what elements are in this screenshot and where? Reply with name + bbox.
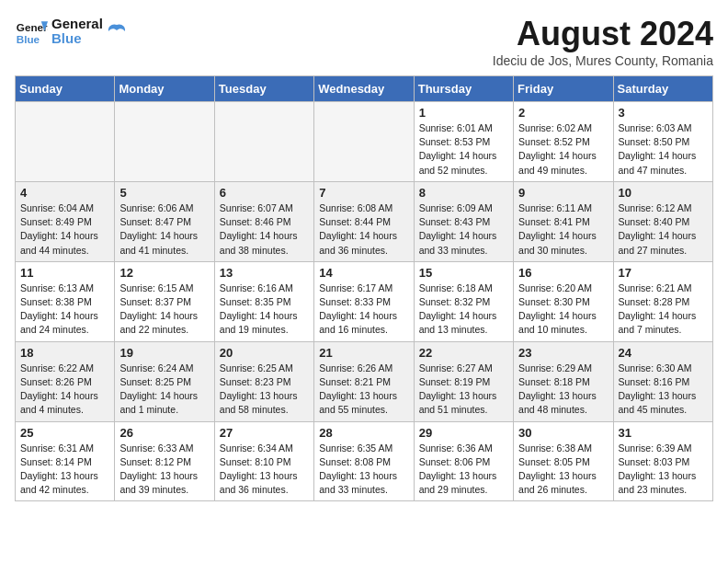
calendar-day: 18Sunrise: 6:22 AMSunset: 8:26 PMDayligh… (16, 341, 115, 421)
col-header-monday: Monday (115, 76, 214, 102)
calendar-day: 2Sunrise: 6:02 AMSunset: 8:52 PMDaylight… (514, 102, 613, 182)
calendar-day: 5Sunrise: 6:06 AMSunset: 8:47 PMDaylight… (115, 181, 214, 261)
calendar-day (16, 102, 115, 182)
calendar-day (314, 102, 414, 182)
day-number: 27 (220, 426, 309, 440)
calendar-day: 4Sunrise: 6:04 AMSunset: 8:49 PMDaylight… (16, 181, 115, 261)
day-info: Sunrise: 6:21 AMSunset: 8:28 PMDaylight:… (619, 282, 708, 338)
day-number: 20 (220, 346, 309, 360)
day-number: 10 (619, 186, 708, 200)
day-info: Sunrise: 6:18 AMSunset: 8:32 PMDaylight:… (419, 282, 508, 338)
logo: General Blue General Blue (15, 15, 127, 48)
day-info: Sunrise: 6:17 AMSunset: 8:33 PMDaylight:… (319, 282, 408, 338)
day-info: Sunrise: 6:15 AMSunset: 8:37 PMDaylight:… (119, 282, 209, 338)
day-info: Sunrise: 6:12 AMSunset: 8:40 PMDaylight:… (619, 201, 708, 258)
day-number: 29 (419, 426, 508, 440)
day-info: Sunrise: 6:35 AMSunset: 8:08 PMDaylight:… (319, 442, 408, 498)
day-number: 2 (518, 106, 608, 120)
calendar-table: SundayMondayTuesdayWednesdayThursdayFrid… (15, 75, 713, 501)
day-number: 23 (518, 346, 608, 360)
calendar-day: 11Sunrise: 6:13 AMSunset: 8:38 PMDayligh… (16, 261, 115, 341)
logo-icon: General Blue (15, 15, 48, 48)
day-number: 30 (518, 426, 608, 440)
col-header-thursday: Thursday (414, 76, 513, 102)
day-info: Sunrise: 6:06 AMSunset: 8:47 PMDaylight:… (119, 201, 209, 258)
day-info: Sunrise: 6:39 AMSunset: 8:03 PMDaylight:… (619, 442, 708, 498)
day-number: 24 (619, 346, 708, 360)
title-block: August 2024 Ideciu de Jos, Mures County,… (493, 15, 713, 68)
day-number: 14 (319, 266, 408, 280)
day-info: Sunrise: 6:11 AMSunset: 8:41 PMDaylight:… (518, 201, 608, 258)
day-number: 21 (319, 346, 408, 360)
day-info: Sunrise: 6:25 AMSunset: 8:23 PMDaylight:… (220, 362, 309, 418)
col-header-saturday: Saturday (613, 76, 712, 102)
day-info: Sunrise: 6:22 AMSunset: 8:26 PMDaylight:… (20, 362, 109, 418)
day-number: 11 (20, 266, 109, 280)
day-number: 13 (220, 266, 309, 280)
calendar-day (115, 102, 214, 182)
day-info: Sunrise: 6:03 AMSunset: 8:50 PMDaylight:… (619, 121, 708, 178)
calendar-day: 15Sunrise: 6:18 AMSunset: 8:32 PMDayligh… (414, 261, 513, 341)
day-info: Sunrise: 6:04 AMSunset: 8:49 PMDaylight:… (20, 201, 109, 258)
day-info: Sunrise: 6:01 AMSunset: 8:53 PMDaylight:… (419, 121, 508, 178)
calendar-day: 24Sunrise: 6:30 AMSunset: 8:16 PMDayligh… (613, 341, 712, 421)
col-header-wednesday: Wednesday (314, 76, 414, 102)
day-number: 6 (220, 186, 309, 200)
calendar-day: 25Sunrise: 6:31 AMSunset: 8:14 PMDayligh… (16, 421, 115, 501)
page-header: General Blue General Blue August 2024 Id… (15, 15, 713, 68)
day-info: Sunrise: 6:34 AMSunset: 8:10 PMDaylight:… (220, 442, 309, 498)
calendar-day: 19Sunrise: 6:24 AMSunset: 8:25 PMDayligh… (115, 341, 214, 421)
calendar-week-3: 11Sunrise: 6:13 AMSunset: 8:38 PMDayligh… (16, 261, 713, 341)
day-number: 16 (518, 266, 608, 280)
logo-general: General (51, 17, 103, 32)
day-number: 15 (419, 266, 508, 280)
calendar-header-row: SundayMondayTuesdayWednesdayThursdayFrid… (16, 76, 713, 102)
calendar-day: 8Sunrise: 6:09 AMSunset: 8:43 PMDaylight… (414, 181, 513, 261)
calendar-day: 14Sunrise: 6:17 AMSunset: 8:33 PMDayligh… (314, 261, 414, 341)
day-number: 1 (419, 106, 508, 120)
calendar-day: 6Sunrise: 6:07 AMSunset: 8:46 PMDaylight… (214, 181, 313, 261)
day-number: 7 (319, 186, 408, 200)
logo-blue: Blue (51, 31, 103, 47)
day-info: Sunrise: 6:02 AMSunset: 8:52 PMDaylight:… (518, 121, 608, 178)
calendar-day: 29Sunrise: 6:36 AMSunset: 8:06 PMDayligh… (414, 421, 513, 501)
day-number: 17 (619, 266, 708, 280)
svg-text:Blue: Blue (17, 33, 40, 45)
calendar-week-2: 4Sunrise: 6:04 AMSunset: 8:49 PMDaylight… (16, 181, 713, 261)
calendar-day: 13Sunrise: 6:16 AMSunset: 8:35 PMDayligh… (214, 261, 313, 341)
calendar-week-5: 25Sunrise: 6:31 AMSunset: 8:14 PMDayligh… (16, 421, 713, 501)
location-subtitle: Ideciu de Jos, Mures County, Romania (493, 53, 713, 68)
calendar-day: 17Sunrise: 6:21 AMSunset: 8:28 PMDayligh… (613, 261, 712, 341)
calendar-day: 3Sunrise: 6:03 AMSunset: 8:50 PMDaylight… (613, 102, 712, 182)
day-info: Sunrise: 6:38 AMSunset: 8:05 PMDaylight:… (518, 442, 608, 498)
calendar-day: 27Sunrise: 6:34 AMSunset: 8:10 PMDayligh… (214, 421, 313, 501)
day-info: Sunrise: 6:13 AMSunset: 8:38 PMDaylight:… (20, 282, 109, 338)
day-number: 26 (119, 426, 209, 440)
calendar-day: 16Sunrise: 6:20 AMSunset: 8:30 PMDayligh… (514, 261, 613, 341)
day-info: Sunrise: 6:26 AMSunset: 8:21 PMDaylight:… (319, 362, 408, 418)
calendar-week-1: 1Sunrise: 6:01 AMSunset: 8:53 PMDaylight… (16, 102, 713, 182)
col-header-tuesday: Tuesday (214, 76, 313, 102)
day-number: 9 (518, 186, 608, 200)
day-number: 28 (319, 426, 408, 440)
calendar-day: 7Sunrise: 6:08 AMSunset: 8:44 PMDaylight… (314, 181, 414, 261)
calendar-day: 28Sunrise: 6:35 AMSunset: 8:08 PMDayligh… (314, 421, 414, 501)
calendar-day: 1Sunrise: 6:01 AMSunset: 8:53 PMDaylight… (414, 102, 513, 182)
day-info: Sunrise: 6:20 AMSunset: 8:30 PMDaylight:… (518, 282, 608, 338)
day-number: 18 (20, 346, 109, 360)
day-info: Sunrise: 6:07 AMSunset: 8:46 PMDaylight:… (220, 201, 309, 258)
day-number: 8 (419, 186, 508, 200)
calendar-day: 9Sunrise: 6:11 AMSunset: 8:41 PMDaylight… (514, 181, 613, 261)
calendar-day (214, 102, 313, 182)
month-title: August 2024 (493, 15, 713, 53)
day-info: Sunrise: 6:27 AMSunset: 8:19 PMDaylight:… (419, 362, 508, 418)
day-info: Sunrise: 6:24 AMSunset: 8:25 PMDaylight:… (119, 362, 209, 418)
day-info: Sunrise: 6:16 AMSunset: 8:35 PMDaylight:… (220, 282, 309, 338)
day-info: Sunrise: 6:33 AMSunset: 8:12 PMDaylight:… (119, 442, 209, 498)
col-header-sunday: Sunday (16, 76, 115, 102)
day-info: Sunrise: 6:30 AMSunset: 8:16 PMDaylight:… (619, 362, 708, 418)
day-info: Sunrise: 6:09 AMSunset: 8:43 PMDaylight:… (419, 201, 508, 258)
calendar-day: 31Sunrise: 6:39 AMSunset: 8:03 PMDayligh… (613, 421, 712, 501)
day-info: Sunrise: 6:29 AMSunset: 8:18 PMDaylight:… (518, 362, 608, 418)
day-number: 25 (20, 426, 109, 440)
